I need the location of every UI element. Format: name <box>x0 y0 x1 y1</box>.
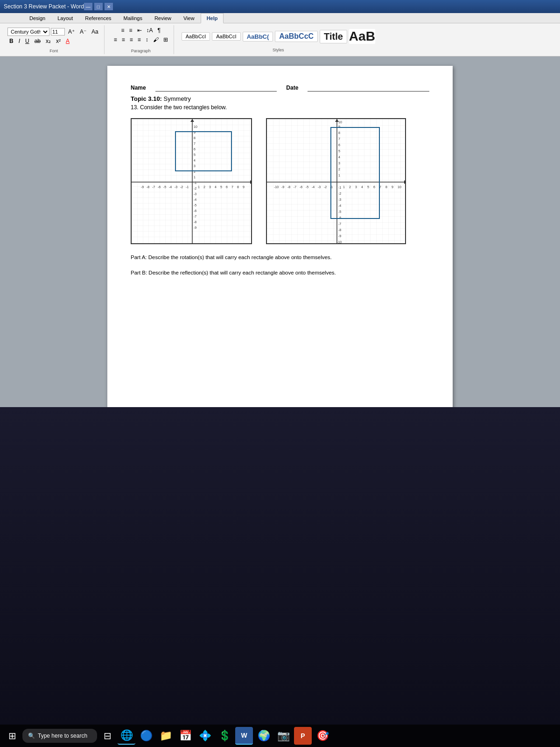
taskbar: ⊞ 🔍 Type here to search ⊟ 🌐 🔵 📁 📅 💠 💲 W … <box>0 725 560 747</box>
svg-text:-3: -3 <box>194 192 196 196</box>
graphs-row: 1 2 3 4 5 6 7 8 9 -1 -2 -3 -4 -5 <box>131 118 429 246</box>
font-size-down[interactable]: A⁻ <box>78 28 88 36</box>
svg-text:-6: -6 <box>300 185 302 189</box>
edge-browser-app[interactable]: 🌐 <box>118 727 135 745</box>
italic-button[interactable]: I <box>17 37 22 45</box>
extra-app[interactable]: 🎯 <box>314 727 331 745</box>
show-para-btn[interactable]: ¶ <box>156 26 162 35</box>
svg-text:-10: -10 <box>274 185 279 189</box>
align-left-btn[interactable]: ≡ <box>112 35 119 44</box>
start-button[interactable]: ⊞ <box>4 727 21 744</box>
chrome-app[interactable]: 🔵 <box>137 727 155 745</box>
dropbox-app[interactable]: 💠 <box>196 727 214 745</box>
style-heading2[interactable]: AaBbCcC <box>275 31 318 42</box>
svg-text:4: 4 <box>338 155 340 159</box>
svg-text:-1: -1 <box>186 185 189 189</box>
clear-format[interactable]: Aa <box>90 28 100 36</box>
tab-mailings[interactable]: Mailings <box>118 13 148 23</box>
font-color-button[interactable]: A <box>64 37 71 45</box>
svg-text:-10: -10 <box>337 240 342 244</box>
font-family-select[interactable]: Century Gothic <box>7 28 49 36</box>
font-size-input[interactable] <box>51 28 65 35</box>
left-graph-svg: 1 2 3 4 5 6 7 8 9 -1 -2 -3 -4 -5 <box>131 118 252 244</box>
question-text: 13. Consider the two rectangles below. <box>131 104 429 111</box>
svg-text:-1: -1 <box>194 181 196 184</box>
svg-text:5: 5 <box>367 185 369 189</box>
borders-btn[interactable]: ⊞ <box>161 35 170 44</box>
svg-text:3: 3 <box>355 185 357 189</box>
topic-text: Symmetry <box>164 95 191 102</box>
svg-text:-3: -3 <box>175 185 177 189</box>
minimize-button[interactable]: — <box>84 3 92 10</box>
svg-text:1: 1 <box>194 176 196 179</box>
list-number-btn[interactable]: ≡ <box>127 26 134 35</box>
indent-dec-btn[interactable]: ⇤ <box>135 26 144 35</box>
svg-text:3: 3 <box>209 185 211 189</box>
svg-text:1: 1 <box>338 174 340 177</box>
strikethrough-button[interactable]: ab <box>33 37 42 45</box>
part-b-text: Part B: Describe the reflection(s) that … <box>131 270 336 275</box>
sort-btn[interactable]: ↕A <box>145 26 155 35</box>
svg-text:-5: -5 <box>163 185 166 189</box>
tab-layout[interactable]: Layout <box>51 13 79 23</box>
style-heading1[interactable]: AaBbC( <box>243 32 273 42</box>
svg-text:-3: -3 <box>338 198 341 201</box>
align-center-btn[interactable]: ≡ <box>120 35 127 44</box>
date-field[interactable] <box>308 85 429 92</box>
superscript-button[interactable]: x² <box>54 37 63 45</box>
right-graph-svg: 1 2 3 4 5 6 7 8 9 10 -1 -2 -3 -4 <box>266 118 406 244</box>
svg-text:10: 10 <box>338 120 342 124</box>
word-app[interactable]: W <box>235 727 253 745</box>
svg-text:-6: -6 <box>194 209 196 212</box>
bold-button[interactable]: B <box>7 37 15 45</box>
calendar-app[interactable]: 📅 <box>176 727 194 745</box>
part-a-text: Part A: Describe the rotation(s) that wi… <box>131 254 332 260</box>
svg-text:-9: -9 <box>281 185 284 189</box>
name-field[interactable] <box>155 85 277 92</box>
svg-text:10: 10 <box>194 125 197 128</box>
camera-app[interactable]: 📷 <box>274 727 292 745</box>
taskbar-search[interactable]: 🔍 Type here to search <box>22 729 97 743</box>
list-bullet-btn[interactable]: ≡ <box>119 26 126 35</box>
svg-text:2: 2 <box>338 168 340 171</box>
shading-btn[interactable]: 🖌 <box>151 35 161 44</box>
svg-text:8: 8 <box>237 185 239 189</box>
svg-marker-3 <box>250 180 252 184</box>
tab-design[interactable]: Design <box>23 13 51 23</box>
ribbon-group-styles: AaBbCcI AaBbCcI AaBbC( AaBbCcC Title AaB… <box>178 25 379 54</box>
ribbon-group-paragraph: ≡ ≡ ⇤ ↕A ¶ ≡ ≡ ≡ ≡ ↕ 🖌 ⊞ <box>108 25 174 54</box>
svg-rect-43 <box>267 119 406 244</box>
subscript-button[interactable]: x₂ <box>44 37 53 45</box>
style-aab-big[interactable]: AaB <box>349 29 375 44</box>
align-justify-btn[interactable]: ≡ <box>136 35 143 44</box>
close-button[interactable]: ✕ <box>105 3 113 10</box>
task-view-button[interactable]: ⊟ <box>99 727 116 744</box>
tab-references[interactable]: References <box>79 13 117 23</box>
style-no-spac[interactable]: AaBbCcI <box>212 32 240 41</box>
search-placeholder-text: Type here to search <box>38 733 87 739</box>
tab-review[interactable]: Review <box>148 13 177 23</box>
left-graph: 1 2 3 4 5 6 7 8 9 -1 -2 -3 -4 -5 <box>131 118 252 246</box>
globe-app[interactable]: 🌍 <box>255 727 273 745</box>
style-normal[interactable]: AaBbCcI <box>182 32 210 41</box>
underline-button[interactable]: U <box>23 37 31 45</box>
file-explorer-app[interactable]: 📁 <box>157 727 175 745</box>
tab-help[interactable]: Help <box>201 13 224 23</box>
svg-text:3: 3 <box>338 162 340 165</box>
search-icon: 🔍 <box>28 733 35 739</box>
powerpoint-app[interactable]: P <box>294 727 312 745</box>
font-size-up[interactable]: A⁺ <box>66 28 77 36</box>
svg-text:4: 4 <box>215 185 217 189</box>
maximize-button[interactable]: □ <box>94 3 103 10</box>
line-spacing-btn[interactable]: ↕ <box>144 35 150 44</box>
style-title[interactable]: Title <box>320 30 347 43</box>
align-right-btn[interactable]: ≡ <box>128 35 135 44</box>
svg-text:5: 5 <box>220 185 222 189</box>
ribbon-content: Century Gothic A⁺ A⁻ Aa B I U ab <box>0 23 560 56</box>
part-a: Part A: Describe the rotation(s) that wi… <box>131 254 429 261</box>
svg-text:8: 8 <box>385 185 387 189</box>
tab-view[interactable]: View <box>177 13 201 23</box>
dollar-app[interactable]: 💲 <box>216 727 233 745</box>
topic-label: Topic 3.10: <box>131 95 162 102</box>
svg-text:-1: -1 <box>338 186 341 189</box>
